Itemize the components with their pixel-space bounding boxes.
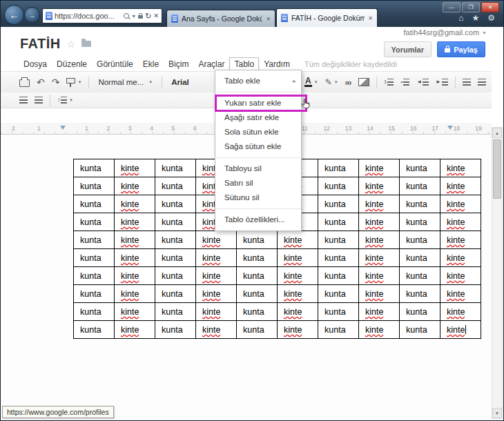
table-cell[interactable]: kunta xyxy=(155,321,196,339)
undo-icon[interactable]: ↶ xyxy=(35,75,47,90)
table-cell[interactable]: kunta xyxy=(155,195,196,213)
table-cell[interactable]: kinte xyxy=(196,231,237,249)
tab-close-icon[interactable]: ✕ xyxy=(266,16,271,22)
table-cell[interactable]: kinte xyxy=(359,159,400,177)
table-cell[interactable]: kunta xyxy=(237,267,278,285)
address-bar[interactable]: https://docs.goo... ▼ ↻ ✕ xyxy=(42,8,162,23)
tab-ana-sayfa[interactable]: Ana Sayfa - Google Dokümanlar ✕ xyxy=(166,10,275,27)
table-cell[interactable]: kinte xyxy=(440,321,481,339)
redo-icon[interactable]: ↷ xyxy=(50,75,62,90)
table-cell[interactable]: kunta xyxy=(237,303,278,321)
scroll-up-icon[interactable]: ▲ xyxy=(492,128,502,138)
scroll-down-icon[interactable]: ▼ xyxy=(492,408,502,418)
table-cell[interactable]: kunta xyxy=(318,267,359,285)
table-cell[interactable]: kunta xyxy=(318,195,359,213)
table-cell[interactable]: kinte xyxy=(278,303,318,321)
table-cell[interactable]: kinte xyxy=(440,267,481,285)
table-cell[interactable]: kinte xyxy=(196,285,237,303)
close-button[interactable]: ✕ xyxy=(481,2,499,12)
table-cell[interactable]: kinte xyxy=(440,213,481,231)
menu-item-sağa-sütun-ekle[interactable]: Sağa sütun ekle xyxy=(215,139,301,154)
table-cell[interactable]: kunta xyxy=(74,249,115,267)
table-cell[interactable]: kunta xyxy=(318,177,359,195)
table-cell[interactable]: kinte xyxy=(359,267,400,285)
table-cell[interactable]: kunta xyxy=(237,321,278,339)
table-cell[interactable]: kunta xyxy=(318,159,359,177)
menu-dosya[interactable]: Dosya xyxy=(19,57,52,71)
table-cell[interactable]: kunta xyxy=(74,213,115,231)
align-left-icon[interactable] xyxy=(461,75,473,90)
table-cell[interactable]: kunta xyxy=(74,321,115,339)
home-icon[interactable]: ⌂ xyxy=(458,13,463,23)
table-cell[interactable]: kunta xyxy=(74,267,115,285)
table-cell[interactable]: kinte xyxy=(196,321,237,339)
table-cell[interactable]: kunta xyxy=(400,195,440,213)
table-cell[interactable]: kinte xyxy=(115,159,155,177)
numbered-list-icon[interactable]: 1 xyxy=(382,75,396,90)
star-document-icon[interactable]: ☆ xyxy=(67,39,76,50)
table-cell[interactable]: kinte xyxy=(440,195,481,213)
table-cell[interactable]: kinte xyxy=(440,177,481,195)
table-cell[interactable]: kunta xyxy=(237,249,278,267)
table-cell[interactable]: kinte xyxy=(115,321,155,339)
table-cell[interactable]: kunta xyxy=(237,285,278,303)
menu-item-sola-sütun-ekle[interactable]: Sola sütun ekle xyxy=(215,125,301,139)
table-cell[interactable]: kinte xyxy=(440,231,481,249)
print-icon[interactable] xyxy=(17,75,32,90)
table-cell[interactable]: kunta xyxy=(155,303,196,321)
align-left-icon[interactable] xyxy=(32,92,45,108)
back-button[interactable]: ← xyxy=(4,5,24,25)
folder-icon[interactable] xyxy=(81,41,91,47)
table-cell[interactable]: kinte xyxy=(115,303,155,321)
table-cell[interactable]: kunta xyxy=(400,267,440,285)
table-cell[interactable]: kinte xyxy=(115,285,155,303)
favorites-star-icon[interactable]: ★ xyxy=(472,13,479,23)
account-email[interactable]: fatih44srg@gmail.com xyxy=(403,28,479,37)
table-cell[interactable]: kinte xyxy=(440,303,481,321)
refresh-icon[interactable]: ↻ xyxy=(145,12,151,20)
menu-ekle[interactable]: Ekle xyxy=(138,57,164,71)
outdent-icon[interactable]: ◄ xyxy=(414,75,431,90)
table-cell[interactable]: kinte xyxy=(359,249,400,267)
scrollbar-thumb[interactable] xyxy=(493,139,501,199)
table-cell[interactable]: kinte xyxy=(196,267,237,285)
table-cell[interactable]: kinte xyxy=(440,285,481,303)
vertical-scrollbar[interactable]: ▲ ▼ xyxy=(492,127,503,419)
menu-görüntüle[interactable]: Görüntüle xyxy=(92,57,138,71)
tab-label[interactable]: Ana Sayfa - Google Dokümanlar xyxy=(182,14,262,23)
table-cell[interactable]: kunta xyxy=(318,249,359,267)
table-cell[interactable]: kunta xyxy=(155,213,196,231)
table-cell[interactable]: kinte xyxy=(115,267,155,285)
account-menu[interactable]: fatih44srg@gmail.com ▼ xyxy=(403,28,487,37)
dropdown-caret-icon[interactable]: ▼ xyxy=(131,14,136,19)
table-cell[interactable]: kunta xyxy=(400,231,440,249)
table-cell[interactable]: kunta xyxy=(155,285,196,303)
table-cell[interactable]: kinte xyxy=(359,303,400,321)
document-title[interactable]: FATİH xyxy=(20,36,61,52)
table-cell[interactable]: kunta xyxy=(318,231,359,249)
indent-icon[interactable]: ► xyxy=(434,75,450,90)
menu-item-sütunu-sil[interactable]: Sütunu sil xyxy=(215,190,301,205)
table-cell[interactable]: kinte xyxy=(196,303,237,321)
table-cell[interactable]: kinte xyxy=(278,285,318,303)
menu-item-aşağı-satır-ekle[interactable]: Aşağı satır ekle xyxy=(215,110,301,125)
table-cell[interactable]: kunta xyxy=(155,159,196,177)
table-cell[interactable]: kinte xyxy=(359,285,400,303)
table-cell[interactable]: kinte xyxy=(115,213,155,231)
search-icon[interactable] xyxy=(124,13,129,19)
table-cell[interactable]: kinte xyxy=(278,267,318,285)
table-cell[interactable]: kunta xyxy=(74,303,115,321)
table-cell[interactable]: kinte xyxy=(440,249,481,267)
indent-marker-right[interactable] xyxy=(447,126,453,130)
table-cell[interactable]: kinte xyxy=(359,177,400,195)
tab-fatih-active[interactable]: FATİH - Google Dokümanlar ✕ xyxy=(276,8,378,27)
maximize-button[interactable]: ❐ xyxy=(462,2,480,12)
table-cell[interactable]: kunta xyxy=(74,231,115,249)
table-cell[interactable]: kunta xyxy=(155,231,196,249)
stop-icon[interactable]: ✕ xyxy=(153,13,159,19)
menu-araçlar[interactable]: Araçlar xyxy=(193,57,229,71)
table-cell[interactable]: kinte xyxy=(115,195,155,213)
table-cell[interactable]: kunta xyxy=(400,285,440,303)
menu-biçim[interactable]: Biçim xyxy=(164,57,193,71)
minimize-button[interactable]: — xyxy=(443,2,461,12)
